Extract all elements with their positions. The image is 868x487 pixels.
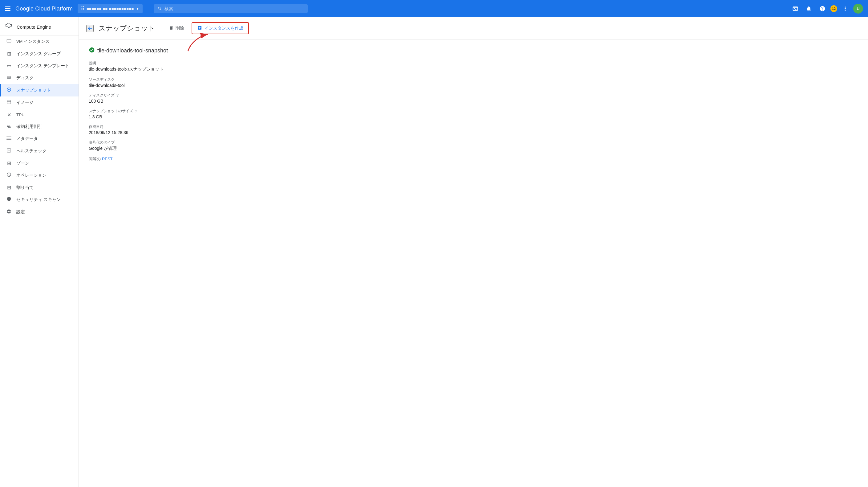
sidebar-item-label: セキュリティ スキャン (16, 197, 61, 202)
reserved-icon: % (6, 124, 12, 129)
sidebar-title: Compute Engine (17, 24, 51, 30)
encryption-value: Google が管理 (89, 146, 858, 151)
svg-rect-12 (7, 149, 11, 152)
sidebar-item-security[interactable]: セキュリティ スキャン (0, 194, 79, 206)
healthcheck-icon (6, 148, 12, 154)
project-selector[interactable]: ⠿ ■■■■■■ ■■ ■■■■■■■■■■ ▼ (78, 4, 143, 13)
disk-size-help-icon[interactable]: ? (117, 93, 119, 98)
images-icon (6, 99, 12, 106)
sidebar-item-healthcheck[interactable]: ヘルスチェック (0, 145, 79, 157)
detail-disk-size: ディスクサイズ ? 100 GB (89, 93, 858, 104)
encryption-label: 暗号化のタイプ (89, 140, 858, 145)
sidebar-item-vm[interactable]: VM インスタンス (0, 35, 79, 48)
detail-encryption: 暗号化のタイプ Google が管理 (89, 140, 858, 151)
create-icon (197, 25, 202, 31)
description-label: 説明 (89, 61, 858, 66)
svg-rect-0 (5, 6, 10, 7)
sidebar-item-label: 確約利用割引 (16, 124, 42, 130)
page-title: スナップショット (99, 24, 155, 33)
snapshot-name: tile-downloads-tool-snapshot (97, 48, 168, 54)
source-disk-value: tile-downloads-tool (89, 83, 858, 88)
sidebar-item-quotas[interactable]: ⊟ 割り当て (0, 181, 79, 194)
disk-size-label: ディスクサイズ ? (89, 93, 858, 98)
sidebar-item-operations[interactable]: オペレーション (0, 169, 79, 181)
detail-snapshot-size: スナップショットのサイズ ? 1.3 GB (89, 109, 858, 119)
header-actions: 削除 インスタンスを作成 (165, 22, 249, 34)
cloud-shell-button[interactable] (790, 3, 801, 14)
sidebar-item-label: メタデータ (16, 136, 38, 141)
snapshot-title-row: tile-downloads-tool-snapshot (89, 47, 858, 55)
sidebar-item-disks[interactable]: ディスク (0, 72, 79, 84)
rest-link[interactable]: REST (102, 156, 113, 161)
sidebar-item-label: インスタンス テンプレート (16, 63, 69, 69)
snapshots-icon (6, 87, 12, 93)
delete-label: 削除 (176, 26, 184, 31)
description-value: tile-downloads-toolのスナップショット (89, 66, 858, 72)
create-label: インスタンスを作成 (205, 26, 243, 31)
top-navigation: Google Cloud Platform ⠿ ■■■■■■ ■■ ■■■■■■… (0, 0, 868, 17)
svg-rect-3 (7, 39, 11, 42)
search-input[interactable] (164, 6, 304, 11)
svg-rect-7 (7, 100, 11, 104)
help-button[interactable] (817, 3, 828, 14)
svg-rect-1 (5, 8, 10, 9)
create-instance-button[interactable]: インスタンスを作成 (192, 22, 249, 34)
svg-point-13 (9, 151, 9, 151)
svg-rect-9 (6, 137, 11, 137)
delete-button[interactable]: 削除 (165, 23, 188, 34)
project-icon: ⠿ (81, 5, 85, 12)
sidebar-item-images[interactable]: イメージ (0, 96, 79, 109)
project-name: ■■■■■■ ■■ ■■■■■■■■■■ (87, 6, 134, 11)
status-success-icon (89, 47, 95, 55)
instance-templates-icon: ▭ (6, 63, 12, 69)
zones-icon: ⊞ (6, 160, 12, 166)
sidebar-item-instance-templates[interactable]: ▭ インスタンス テンプレート (0, 60, 79, 72)
chevron-down-icon: ▼ (136, 6, 140, 11)
more-menu-button[interactable] (840, 3, 851, 14)
sidebar-item-label: ディスク (16, 75, 34, 81)
back-button[interactable] (86, 25, 94, 32)
detail-rest: 同等の REST (89, 156, 858, 162)
sidebar-item-zones[interactable]: ⊞ ゾーン (0, 157, 79, 169)
content-body: tile-downloads-tool-snapshot 説明 tile-dow… (79, 39, 868, 174)
app-logo: Google Cloud Platform (16, 5, 73, 12)
snapshot-size-help-icon[interactable]: ? (135, 109, 137, 113)
quotas-icon: ⊟ (6, 184, 12, 191)
disk-size-value: 100 GB (89, 98, 858, 104)
notification-badge: 12 (830, 5, 837, 12)
sidebar-item-label: 割り当て (16, 185, 34, 191)
sidebar-item-label: ゾーン (16, 161, 29, 166)
security-icon (6, 197, 12, 203)
detail-created: 作成日時 2018/06/12 15:28:36 (89, 124, 858, 135)
content-header: スナップショット 削除 インスタンスを作成 (79, 17, 868, 39)
nav-right-actions: 12 U (790, 3, 863, 14)
operations-icon (6, 172, 12, 178)
vm-icon (6, 38, 12, 45)
sidebar-item-metadata[interactable]: メタデータ (0, 133, 79, 145)
sidebar-item-reserved[interactable]: % 確約利用割引 (0, 121, 79, 133)
hamburger-menu[interactable] (5, 6, 10, 11)
instance-groups-icon: ⊞ (6, 51, 12, 57)
settings-icon (6, 209, 12, 215)
svg-rect-11 (6, 139, 11, 139)
sidebar-header: Compute Engine (0, 17, 79, 35)
sidebar-item-snapshots[interactable]: スナップショット (0, 84, 79, 96)
rest-prefix: 同等の (89, 156, 101, 161)
svg-point-6 (8, 89, 9, 90)
metadata-icon (6, 136, 12, 142)
sidebar: Compute Engine VM インスタンス ⊞ インスタンス グループ ▭… (0, 17, 79, 487)
search-bar[interactable] (154, 4, 308, 13)
sidebar-item-settings[interactable]: 設定 (0, 206, 79, 218)
disks-icon (6, 75, 12, 81)
svg-rect-2 (5, 10, 10, 11)
snapshot-size-label: スナップショットのサイズ ? (89, 109, 858, 114)
sidebar-item-instance-groups[interactable]: ⊞ インスタンス グループ (0, 48, 79, 60)
sidebar-item-label: TPU (16, 113, 25, 117)
sidebar-item-tpu[interactable]: ✕ TPU (0, 109, 79, 121)
user-avatar[interactable]: U (853, 4, 863, 13)
snapshot-size-value: 1.3 GB (89, 114, 858, 119)
notification-button[interactable] (803, 3, 814, 14)
trash-icon (169, 25, 174, 31)
main-content: スナップショット 削除 インスタンスを作成 tile-downloads-to (79, 17, 868, 487)
detail-description: 説明 tile-downloads-toolのスナップショット (89, 61, 858, 72)
